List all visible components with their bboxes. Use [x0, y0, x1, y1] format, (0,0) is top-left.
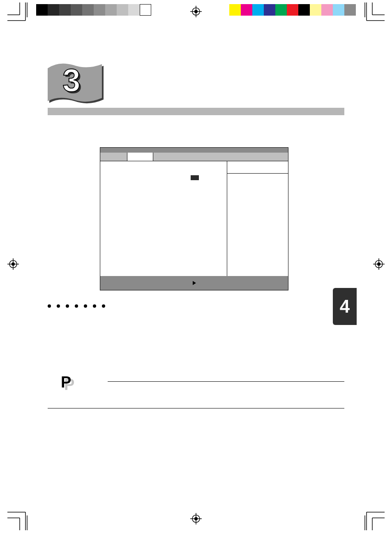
- point-mark: P P: [61, 374, 344, 391]
- registration-mark-bottom: [190, 513, 202, 524]
- dialog-side-panel: [227, 161, 288, 276]
- point-rule-bottom: [48, 408, 344, 408]
- dialog-window: [100, 147, 288, 290]
- crop-mark-bottom-left-inner: [23, 514, 31, 530]
- page-section-tab: 4: [333, 288, 357, 325]
- section-divider-bar: [48, 108, 344, 115]
- dialog-field-chip: [191, 175, 199, 180]
- chapter-number-badge: 3 3: [48, 60, 105, 105]
- point-letter: P: [61, 374, 71, 390]
- dialog-titlebar: [100, 148, 288, 153]
- dialog-footer: [100, 276, 288, 290]
- dialog-side-bottom-cell: [227, 174, 288, 276]
- dialog-tab-row: [100, 153, 288, 161]
- grayscale-calibration-bar: [36, 4, 151, 16]
- bullet-row: [48, 304, 105, 308]
- svg-text:3: 3: [62, 62, 80, 98]
- registration-mark-right: [373, 258, 385, 270]
- dialog-side-top-cell: [227, 161, 288, 174]
- crop-mark-top-left-inner: [23, 2, 31, 19]
- registration-mark-top: [190, 6, 202, 17]
- dialog-body: [100, 161, 288, 276]
- point-rule-top: [108, 381, 344, 382]
- color-calibration-bar: [229, 4, 356, 16]
- dialog-main-panel: [100, 161, 227, 276]
- crop-mark-bottom-right-inner: [361, 514, 369, 530]
- crop-mark-top-right-inner: [361, 2, 369, 19]
- dialog-active-tab[interactable]: [127, 153, 153, 161]
- play-icon[interactable]: [193, 281, 196, 285]
- page-section-tab-number: 4: [340, 296, 350, 317]
- registration-mark-left: [7, 258, 19, 270]
